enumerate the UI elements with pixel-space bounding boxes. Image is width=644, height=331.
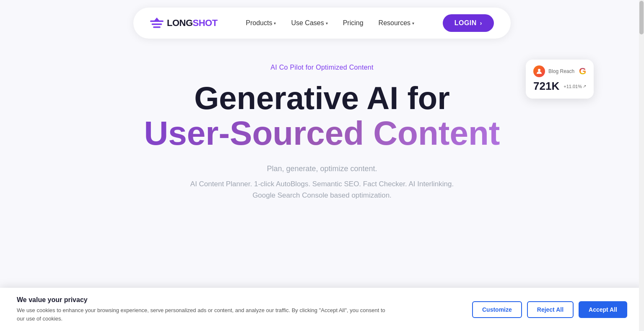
nav-use-cases[interactable]: Use Cases ▾ bbox=[291, 19, 327, 27]
nav-products[interactable]: Products ▾ bbox=[246, 19, 276, 27]
nav-pricing[interactable]: Pricing bbox=[343, 19, 364, 27]
google-icon: G bbox=[579, 66, 586, 77]
navbar: LONGSHOT Products ▾ Use Cases ▾ Pricing bbox=[133, 8, 511, 39]
svg-rect-1 bbox=[152, 23, 162, 25]
cookie-text-block: We value your privacy We use cookies to … bbox=[17, 296, 394, 323]
use-cases-chevron-icon: ▾ bbox=[326, 21, 328, 26]
svg-marker-3 bbox=[154, 18, 160, 21]
scrollbar-thumb[interactable] bbox=[639, 1, 644, 34]
accept-all-button[interactable]: Accept All bbox=[579, 301, 627, 318]
person-icon bbox=[533, 65, 545, 77]
cookie-title: We value your privacy bbox=[17, 296, 394, 304]
hero-section: Blog Reach G 721K +11.01% ↗ AI Co Pilot … bbox=[0, 39, 644, 218]
svg-point-4 bbox=[538, 69, 540, 71]
hero-description1: Plan, generate, optimize content. bbox=[8, 164, 636, 173]
hero-title-line2: User-Sourced Content bbox=[8, 115, 636, 152]
blog-reach-card: Blog Reach G 721K +11.01% ↗ bbox=[526, 60, 594, 99]
login-arrow-icon: › bbox=[480, 20, 482, 26]
reject-all-button[interactable]: Reject All bbox=[527, 301, 574, 318]
cookie-banner: We value your privacy We use cookies to … bbox=[0, 288, 644, 331]
logo-icon bbox=[150, 17, 164, 29]
blog-reach-change: +11.01% ↗ bbox=[564, 84, 586, 89]
resources-chevron-icon: ▾ bbox=[412, 21, 414, 26]
cookie-buttons: Customize Reject All Accept All bbox=[472, 301, 627, 318]
customize-button[interactable]: Customize bbox=[472, 301, 522, 318]
trend-arrow-icon: ↗ bbox=[583, 84, 586, 89]
products-chevron-icon: ▾ bbox=[274, 21, 276, 26]
svg-rect-2 bbox=[153, 26, 161, 28]
nav-wrapper: LONGSHOT Products ▾ Use Cases ▾ Pricing bbox=[0, 0, 644, 39]
nav-links: Products ▾ Use Cases ▾ Pricing Resources… bbox=[246, 19, 414, 27]
login-button[interactable]: LOGIN › bbox=[443, 14, 494, 32]
hero-description2: AI Content Planner. 1-click AutoBlogs. S… bbox=[179, 178, 465, 201]
logo-link[interactable]: LONGSHOT bbox=[150, 17, 218, 29]
blog-reach-number: 721K bbox=[533, 80, 559, 93]
blog-reach-label: Blog Reach bbox=[548, 68, 574, 74]
cookie-description: We use cookies to enhance your browsing … bbox=[17, 306, 394, 323]
scrollbar[interactable] bbox=[639, 0, 644, 331]
nav-resources[interactable]: Resources ▾ bbox=[379, 19, 414, 27]
logo-text: LONGSHOT bbox=[167, 18, 218, 29]
